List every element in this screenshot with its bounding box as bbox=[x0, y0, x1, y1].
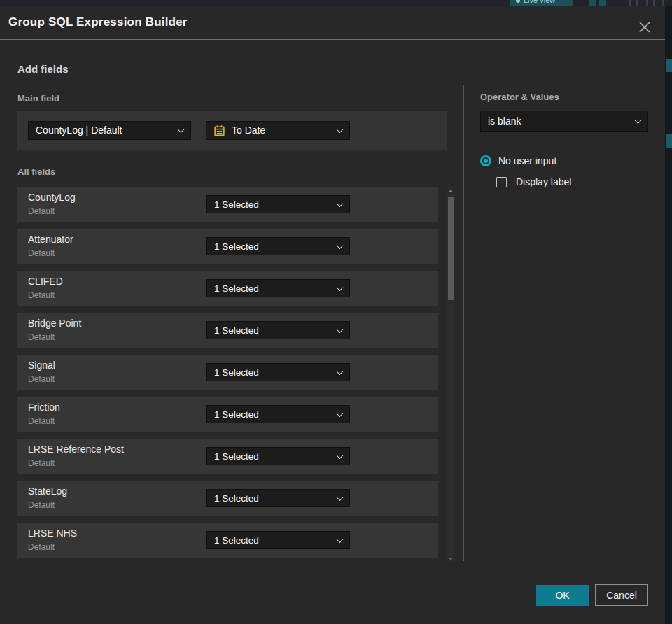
background-fragment bbox=[666, 134, 672, 148]
add-fields-heading: Add fields bbox=[18, 63, 69, 75]
no-user-input-label: No user input bbox=[498, 155, 556, 166]
field-selection-value: 1 Selected bbox=[214, 325, 259, 336]
date-type-dropdown[interactable]: To Date bbox=[206, 121, 350, 140]
chevron-down-icon bbox=[635, 117, 642, 124]
chevron-down-icon bbox=[337, 242, 344, 249]
display-label-text: Display label bbox=[516, 176, 571, 187]
chevron-down-icon bbox=[337, 536, 344, 543]
dialog-header: Group SQL Expression Builder bbox=[0, 6, 665, 40]
field-row: Bridge Point Default 1 Selected bbox=[18, 313, 438, 348]
chevron-down-icon bbox=[337, 326, 344, 333]
toolbar-icon-fragment bbox=[629, 0, 631, 6]
operator-dropdown[interactable]: is blank bbox=[480, 111, 648, 132]
chevron-down-icon bbox=[337, 126, 344, 133]
field-values-dropdown[interactable]: 1 Selected bbox=[206, 363, 350, 381]
field-values-dropdown[interactable]: 1 Selected bbox=[206, 489, 350, 507]
operator-dropdown-value: is blank bbox=[488, 115, 521, 127]
live-view-label: Live view bbox=[524, 0, 555, 4]
field-selection-value: 1 Selected bbox=[214, 451, 259, 462]
field-selection-value: 1 Selected bbox=[214, 409, 259, 420]
field-selection-value: 1 Selected bbox=[214, 199, 259, 210]
scroll-up-icon[interactable] bbox=[449, 190, 453, 192]
main-field-panel: CountyLog | Default To Date bbox=[18, 111, 447, 150]
display-label-checkbox[interactable]: Display label bbox=[496, 176, 571, 187]
chevron-down-icon bbox=[337, 368, 344, 375]
field-values-dropdown[interactable]: 1 Selected bbox=[206, 405, 350, 423]
toolbar-icon-fragment bbox=[589, 0, 596, 6]
chevron-down-icon bbox=[337, 284, 344, 291]
dialog-title: Group SQL Expression Builder bbox=[8, 15, 188, 29]
field-row: LRSE Reference Post Default 1 Selected bbox=[18, 439, 438, 474]
toolbar-icon-fragment bbox=[636, 0, 638, 6]
field-row: StateLog Default 1 Selected bbox=[18, 481, 438, 516]
close-button[interactable] bbox=[631, 13, 659, 41]
field-selection-value: 1 Selected bbox=[214, 283, 259, 294]
main-field-dropdown-value: CountyLog | Default bbox=[36, 125, 122, 136]
checkbox-unchecked-icon bbox=[496, 177, 507, 187]
scroll-down-icon[interactable] bbox=[449, 558, 453, 560]
field-values-dropdown[interactable]: 1 Selected bbox=[206, 321, 350, 339]
field-row: CLIFED Default 1 Selected bbox=[18, 271, 438, 306]
column-divider bbox=[463, 85, 464, 561]
scrollbar-thumb[interactable] bbox=[448, 197, 454, 300]
field-values-dropdown[interactable]: 1 Selected bbox=[206, 195, 350, 213]
field-selection-value: 1 Selected bbox=[214, 367, 259, 378]
close-icon bbox=[638, 20, 652, 34]
field-selection-value: 1 Selected bbox=[214, 535, 259, 546]
background-fragment bbox=[666, 59, 672, 72]
operator-values-label: Operator & Values bbox=[480, 92, 559, 102]
radio-selected-icon bbox=[480, 155, 491, 166]
chevron-down-icon bbox=[178, 126, 185, 133]
toolbar-icon-fragment bbox=[653, 0, 655, 6]
chevron-down-icon bbox=[337, 200, 344, 207]
fields-list-scrollbar[interactable] bbox=[447, 187, 455, 562]
no-user-input-radio[interactable]: No user input bbox=[480, 155, 556, 166]
chevron-down-icon bbox=[337, 452, 344, 459]
field-row: LRSE NHS Default 1 Selected bbox=[18, 523, 438, 558]
main-field-dropdown[interactable]: CountyLog | Default bbox=[28, 121, 191, 140]
field-selection-value: 1 Selected bbox=[214, 241, 259, 252]
background-app-toolbar: Live view bbox=[0, 0, 672, 6]
field-row: Friction Default 1 Selected bbox=[18, 397, 438, 432]
date-type-dropdown-value: To Date bbox=[232, 125, 265, 136]
field-selection-value: 1 Selected bbox=[214, 493, 259, 504]
all-fields-label: All fields bbox=[18, 166, 55, 177]
all-fields-list: CountyLog Default 1 Selected Attenuator … bbox=[18, 187, 438, 558]
ok-button[interactable]: OK bbox=[536, 585, 589, 606]
main-field-label: Main field bbox=[18, 93, 59, 104]
live-view-dot-icon bbox=[516, 0, 520, 3]
chevron-down-icon bbox=[337, 494, 344, 501]
calendar-icon bbox=[214, 125, 225, 136]
field-values-dropdown[interactable]: 1 Selected bbox=[206, 279, 350, 297]
toolbar-icon-fragment bbox=[662, 0, 664, 6]
group-sql-expression-builder-dialog: Group SQL Expression Builder Add fields … bbox=[0, 6, 665, 624]
field-row: Attenuator Default 1 Selected bbox=[18, 229, 438, 264]
field-values-dropdown[interactable]: 1 Selected bbox=[206, 447, 350, 465]
background-app-right-edge bbox=[665, 6, 672, 624]
live-view-button[interactable]: Live view bbox=[510, 0, 573, 6]
field-values-dropdown[interactable]: 1 Selected bbox=[206, 531, 350, 549]
toolbar-icon-fragment bbox=[599, 0, 606, 6]
field-row: CountyLog Default 1 Selected bbox=[18, 187, 438, 222]
field-values-dropdown[interactable]: 1 Selected bbox=[206, 237, 350, 255]
chevron-down-icon bbox=[337, 410, 344, 417]
cancel-button[interactable]: Cancel bbox=[595, 584, 648, 606]
field-row: Signal Default 1 Selected bbox=[18, 355, 438, 390]
toolbar-icon-fragment bbox=[646, 0, 648, 6]
